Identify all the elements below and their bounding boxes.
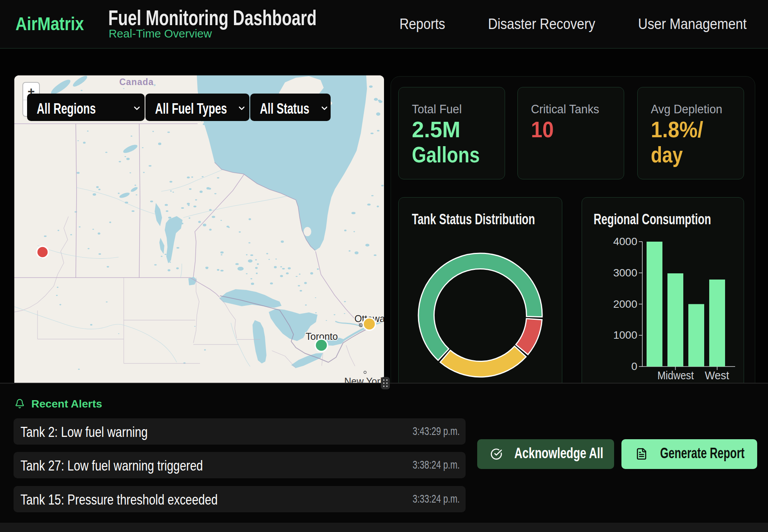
svg-text:Canada: Canada <box>119 77 154 87</box>
svg-text:3000: 3000 <box>613 267 637 279</box>
svg-text:West: West <box>705 369 729 382</box>
svg-text:0: 0 <box>631 360 637 372</box>
svg-text:New York: New York <box>344 376 384 383</box>
svg-text:2000: 2000 <box>613 298 637 310</box>
svg-text:Midwest: Midwest <box>657 369 694 382</box>
svg-text:4000: 4000 <box>613 235 637 247</box>
svg-text:1000: 1000 <box>613 329 637 341</box>
